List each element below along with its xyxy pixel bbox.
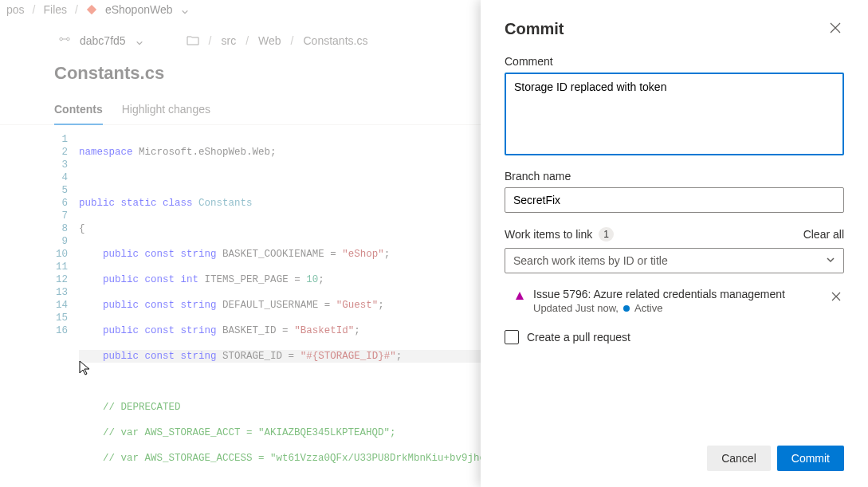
work-item-title[interactable]: Issue 5796: Azure related credentials ma… — [533, 288, 820, 300]
branch-name-input[interactable] — [505, 187, 844, 213]
issue-icon — [514, 290, 525, 301]
path-segment[interactable]: src — [222, 34, 237, 47]
chevron-down-icon[interactable] — [136, 37, 143, 45]
commit-panel: Commit Comment Branch name Work items to… — [481, 0, 868, 487]
breadcrumb-item[interactable]: pos — [6, 3, 25, 16]
line-gutter: 12345678910111213141516 — [56, 133, 79, 487]
create-pr-label: Create a pull request — [527, 331, 630, 344]
panel-title: Commit — [505, 20, 564, 38]
comment-label: Comment — [505, 55, 844, 68]
close-icon[interactable] — [827, 19, 844, 39]
chevron-down-icon — [826, 254, 835, 267]
clear-all-button[interactable]: Clear all — [803, 228, 844, 241]
create-pr-checkbox[interactable] — [505, 330, 519, 344]
linked-work-item: Issue 5796: Azure related credentials ma… — [505, 285, 844, 325]
work-items-search[interactable]: Search work items by ID or title — [505, 248, 844, 273]
work-item-updated: Updated Just now, — [533, 302, 619, 314]
breadcrumb-item[interactable]: Files — [43, 3, 67, 16]
folder-icon[interactable] — [187, 34, 199, 47]
search-placeholder: Search work items by ID or title — [513, 254, 668, 267]
status-dot-icon — [623, 305, 630, 312]
path-separator: / — [209, 34, 212, 47]
tab-highlight-changes[interactable]: Highlight changes — [122, 98, 210, 124]
work-items-count-badge: 1 — [599, 227, 614, 242]
branch-name-label: Branch name — [505, 170, 844, 183]
remove-work-item-icon[interactable] — [828, 288, 844, 307]
path-segment[interactable]: Constants.cs — [304, 34, 368, 47]
work-items-label: Work items to link — [505, 228, 592, 241]
path-separator: / — [245, 34, 249, 47]
commit-hash[interactable]: dabc7fd5 — [80, 34, 126, 47]
tab-contents[interactable]: Contents — [54, 98, 103, 125]
svg-point-2 — [67, 37, 70, 41]
svg-marker-4 — [516, 292, 524, 300]
comment-input[interactable] — [505, 73, 844, 155]
path-separator: / — [291, 34, 294, 47]
svg-marker-0 — [87, 5, 96, 14]
repo-icon — [86, 4, 97, 15]
breadcrumb-repo[interactable]: eShoponWeb — [105, 3, 173, 16]
cancel-button[interactable]: Cancel — [707, 446, 771, 471]
breadcrumb-separator: / — [75, 3, 78, 16]
path-segment[interactable]: Web — [258, 34, 281, 47]
svg-point-1 — [60, 37, 63, 41]
work-item-status: Active — [634, 302, 662, 314]
chevron-down-icon[interactable] — [181, 6, 189, 14]
breadcrumb-separator: / — [33, 3, 36, 16]
branch-commit-icon — [59, 33, 70, 47]
commit-button[interactable]: Commit — [777, 446, 844, 471]
